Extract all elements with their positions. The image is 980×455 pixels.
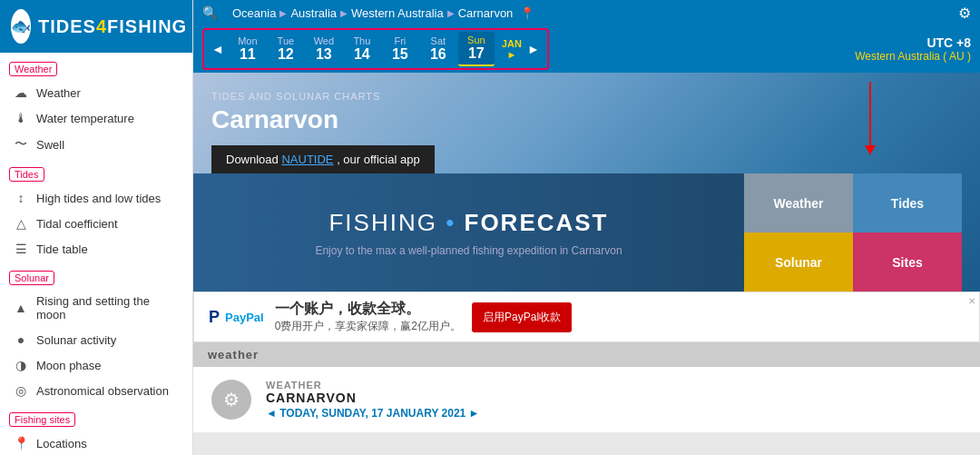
hero-tag: TIDES AND SOLUNAR CHARTS: [211, 91, 962, 102]
ad-close-button[interactable]: ✕: [968, 296, 975, 306]
sidebar-item-locations-label: Locations: [36, 437, 87, 450]
date-next-button[interactable]: ►: [469, 407, 480, 420]
settings-icon[interactable]: ⚙: [958, 5, 971, 22]
region-name: Western Australia: [855, 50, 940, 63]
day-num-thu: 14: [354, 46, 370, 63]
sidebar-item-weather[interactable]: ☁ Weather: [0, 80, 192, 105]
ad-body: 0费用开户，享卖家保障，赢2亿用户。: [275, 319, 461, 334]
day-num-wed: 13: [316, 46, 332, 63]
download-suffix: , our official app: [337, 153, 420, 166]
hero-title: Carnarvon: [211, 105, 962, 134]
weather-card-info: WEATHER CARNARVON ◄ TODAY, SUNDAY, 17 JA…: [266, 380, 479, 420]
calendar-day-fri[interactable]: Fri 15: [382, 33, 418, 65]
forecast-prefix: FISHING: [328, 209, 446, 236]
logo-icon: 🐟: [11, 9, 31, 44]
forecast-grid: Weather Tides Solunar Sites: [744, 173, 962, 292]
weather-card-icon: ⚙: [211, 380, 251, 420]
day-num-sun: 17: [468, 45, 485, 62]
sidebar-item-weather-label: Weather: [36, 86, 81, 100]
date-highlight-text: 17 JANUARY 2021: [371, 407, 466, 420]
paypal-cta-button[interactable]: 启用PayPal收款: [472, 302, 572, 332]
calendar-next[interactable]: ►: [524, 42, 544, 56]
sidebar-item-astronomical[interactable]: ◎ Astronomical observation: [0, 378, 192, 403]
day-num-tue: 12: [278, 46, 294, 63]
sidebar-section-tides: Tides: [9, 167, 44, 182]
logo: 🐟 TIDES4FISHING: [0, 0, 192, 53]
forecast-sites-label: Sites: [892, 255, 922, 270]
calendar-day-mon[interactable]: Mon 11: [230, 33, 266, 65]
sidebar-item-water-temperature[interactable]: 🌡 Water temperature: [0, 105, 192, 131]
date-prev-button[interactable]: ◄: [266, 407, 277, 420]
location-pin-icon: 📍: [13, 436, 29, 450]
hero-download-bar: Download NAUTIDE , our official app: [211, 145, 435, 173]
logo-text: TIDES4FISHING: [38, 16, 187, 37]
sidebar-item-solunar-label: Solunar activity: [36, 333, 116, 347]
weather-card: ⚙ WEATHER CARNARVON ◄ TODAY, SUNDAY, 17 …: [193, 367, 980, 432]
forecast-bold: FORECAST: [465, 209, 609, 236]
breadcrumb-carnarvon: Carnarvon: [458, 6, 514, 20]
calendar-day-thu[interactable]: Thu 14: [344, 33, 380, 65]
breadcrumb-arrow-3: ▶: [447, 8, 455, 18]
breadcrumb-western-australia[interactable]: Western Australia: [351, 6, 444, 20]
calendar-days: ◄ Mon 11 Tue 12 Wed 13 Thu 14: [202, 28, 549, 70]
breadcrumb: Oceania ▶ Australia ▶ Western Australia …: [232, 6, 534, 20]
swell-icon: 〜: [13, 136, 29, 153]
date-prefix-text: TODAY, SUNDAY,: [279, 407, 368, 420]
tides-icon: ↕: [13, 191, 29, 205]
sidebar-item-high-low-tides[interactable]: ↕ High tides and low tides: [0, 185, 192, 211]
sidebar-item-water-temp-label: Water temperature: [36, 112, 134, 125]
calendar-bar: ◄ Mon 11 Tue 12 Wed 13 Thu 14: [193, 25, 980, 73]
forecast-solunar-button[interactable]: Solunar: [744, 232, 853, 292]
download-text: Download: [226, 153, 281, 166]
calendar-prev[interactable]: ◄: [208, 42, 228, 56]
day-name-mon: Mon: [238, 35, 257, 46]
breadcrumb-arrow-2: ▶: [340, 8, 348, 18]
search-icon[interactable]: 🔍: [202, 5, 218, 20]
nautide-link[interactable]: NAUTIDE: [281, 153, 333, 166]
weather-city-name: CARNARVON: [266, 391, 479, 405]
forecast-sites-button[interactable]: Sites: [853, 232, 962, 292]
top-nav: 🔍 Oceania ▶ Australia ▶ Western Australi…: [193, 0, 980, 25]
breadcrumb-australia[interactable]: Australia: [290, 6, 337, 20]
calendar-day-wed[interactable]: Wed 13: [306, 33, 342, 65]
sidebar-item-astronomical-label: Astronomical observation: [36, 384, 169, 398]
month-label: JAN ►: [502, 38, 522, 60]
sidebar-item-tidal-coefficient[interactable]: △ Tidal coefficient: [0, 211, 192, 236]
timezone-info: UTC +8 Western Australia ( AU ): [855, 35, 971, 63]
red-arrow-indicator: [869, 82, 871, 154]
astronomical-icon: ◎: [13, 383, 29, 398]
sidebar-item-swell-label: Swell: [36, 138, 64, 152]
month-name: JAN: [502, 38, 522, 49]
sidebar-item-rising-setting-moon[interactable]: ▲ Rising and setting the moon: [0, 289, 192, 327]
day-name-sat: Sat: [431, 35, 446, 46]
sidebar-section-fishing: Fishing sites: [9, 412, 75, 427]
sidebar-item-solunar-activity[interactable]: ● Solunar activity: [0, 327, 192, 352]
solunar-icon: ●: [13, 332, 29, 347]
paypal-ad: P PayPal 一个账户，收款全球。 0费用开户，享卖家保障，赢2亿用户。 启…: [209, 300, 965, 334]
sidebar: 🐟 TIDES4FISHING Weather ☁ Weather 🌡 Wate…: [0, 0, 193, 455]
sidebar-item-tides-label: High tides and low tides: [36, 192, 161, 205]
forecast-title: FISHING • FORECAST: [328, 209, 608, 237]
sidebar-item-moon-phase[interactable]: ◑ Moon phase: [0, 352, 192, 378]
calendar-day-sat[interactable]: Sat 16: [420, 33, 456, 65]
coefficient-icon: △: [13, 216, 29, 231]
forecast-tides-label: Tides: [891, 196, 924, 211]
breadcrumb-oceania[interactable]: Oceania: [232, 6, 276, 20]
day-name-sun: Sun: [467, 35, 485, 45]
paypal-logo-text: PayPal: [225, 311, 264, 324]
sidebar-section-solunar: Solunar: [9, 271, 54, 285]
sidebar-item-locations[interactable]: 📍 Locations: [0, 430, 192, 455]
hero-section: TIDES AND SOLUNAR CHARTS Carnarvon Downl…: [193, 73, 980, 292]
forecast-weather-button[interactable]: Weather: [744, 173, 853, 232]
month-nav[interactable]: ►: [506, 49, 516, 60]
sidebar-item-swell[interactable]: 〜 Swell: [0, 131, 192, 158]
calendar-day-sun[interactable]: Sun 17: [458, 32, 495, 66]
forecast-text: FISHING • FORECAST Enjoy to the max a we…: [193, 173, 744, 292]
day-num-fri: 15: [392, 46, 408, 63]
sidebar-item-tide-table[interactable]: ☰ Tide table: [0, 236, 192, 262]
forecast-solunar-label: Solunar: [775, 255, 822, 270]
forecast-tides-button[interactable]: Tides: [853, 173, 962, 232]
weather-date-line: ◄ TODAY, SUNDAY, 17 JANUARY 2021 ►: [266, 407, 479, 420]
calendar-day-tue[interactable]: Tue 12: [268, 33, 304, 65]
country-code: ( AU ): [943, 50, 971, 63]
